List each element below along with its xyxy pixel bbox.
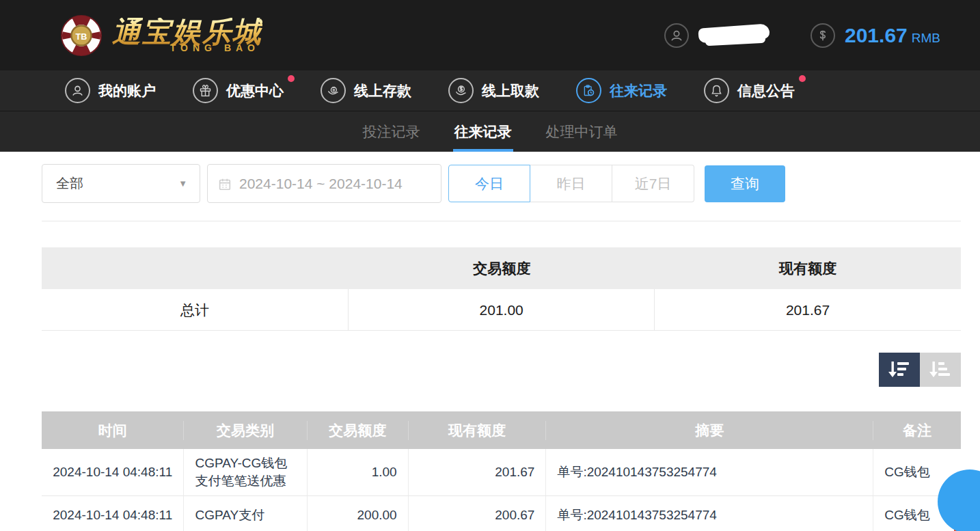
- sort-descending-button[interactable]: [879, 353, 920, 387]
- cell-amount: 200.00: [308, 496, 409, 531]
- nav-label: 线上取款: [482, 81, 539, 100]
- balance-display: 201.67RMB: [845, 24, 940, 47]
- search-button[interactable]: 查询: [705, 165, 785, 202]
- main-nav: 我的账户 优惠中心 线上存款 线上取款: [0, 70, 980, 111]
- summary-table-header: 交易额度 现有额度: [42, 247, 961, 289]
- user-area: ~~~~~ 201.67RMB: [664, 23, 940, 48]
- records-table: 时间 交易类别 交易额度 现有额度 摘要 备注 2024-10-14 04:48…: [42, 411, 961, 531]
- summary-table: 交易额度 现有额度 总计 201.00 201.67: [42, 247, 961, 331]
- notification-dot: [799, 75, 806, 82]
- user-avatar-icon[interactable]: [664, 23, 689, 48]
- gift-icon: [193, 78, 218, 103]
- cell-amount: 1.00: [308, 449, 409, 495]
- nav-label: 线上存款: [354, 81, 411, 100]
- cell-type: CGPAY-CG钱包支付笔笔送优惠: [184, 449, 307, 495]
- cell-time: 2024-10-14 04:48:11: [42, 496, 184, 531]
- yesterday-button[interactable]: 昨日: [530, 165, 612, 202]
- bell-icon: [704, 78, 729, 103]
- type-select[interactable]: 全部 ▼: [42, 164, 200, 203]
- cell-summary: 单号:202410143753254774: [546, 496, 873, 531]
- col-header-balance: 现有额度: [409, 421, 547, 440]
- nav-label: 往来记录: [610, 81, 667, 100]
- deposit-icon: [321, 78, 346, 103]
- records-table-header: 时间 交易类别 交易额度 现有额度 摘要 备注: [42, 411, 961, 449]
- casino-chip-icon: TB: [60, 14, 103, 57]
- col-header-type: 交易类别: [184, 421, 307, 440]
- nav-item-deposit[interactable]: 线上存款: [321, 78, 411, 103]
- site-logo[interactable]: TB 通宝娱乐城 TONG BAO: [60, 14, 262, 57]
- balance-amount: 201.67: [845, 24, 908, 46]
- balance-currency: RMB: [912, 31, 940, 45]
- top-header: TB 通宝娱乐城 TONG BAO ~~~~~ 201.67RMB: [0, 0, 980, 70]
- withdraw-icon: [448, 78, 474, 103]
- date-range-input[interactable]: 2024-10-14 ~ 2024-10-14: [207, 164, 441, 203]
- nav-label: 优惠中心: [226, 81, 284, 100]
- divider: [42, 221, 961, 221]
- summary-total-balance: 201.67: [655, 289, 961, 331]
- nav-label: 我的账户: [98, 81, 156, 100]
- tab-processing-orders[interactable]: 处理中订单: [545, 111, 619, 152]
- cell-summary: 单号:202410143753254774: [546, 449, 873, 495]
- records-icon: [576, 78, 601, 103]
- col-header-amount: 交易额度: [308, 421, 409, 440]
- chevron-down-icon: ▼: [178, 178, 187, 189]
- summary-total-row: 总计 201.00 201.67: [42, 289, 961, 331]
- sort-descending-icon: [888, 359, 911, 380]
- record-tabs: 投注记录 往来记录 处理中订单: [0, 111, 980, 152]
- account-icon: [65, 78, 90, 103]
- nav-label: 信息公告: [737, 81, 795, 100]
- summary-header-balance: 现有额度: [655, 259, 961, 278]
- nav-item-announcements[interactable]: 信息公告: [704, 78, 795, 103]
- last7days-button[interactable]: 近7日: [612, 165, 694, 202]
- table-row: 2024-10-14 04:48:11 CGPAY支付 200.00 200.6…: [42, 496, 961, 531]
- nav-item-my-account[interactable]: 我的账户: [65, 78, 156, 103]
- col-header-time: 时间: [42, 421, 184, 440]
- notification-dot: [288, 75, 295, 82]
- calendar-icon: [217, 176, 232, 191]
- col-header-remark: 备注: [873, 421, 961, 440]
- content-area: 全部 ▼ 2024-10-14 ~ 2024-10-14 今日 昨日 近7日 查…: [0, 152, 980, 531]
- coin-icon: [811, 23, 835, 48]
- type-select-value: 全部: [56, 174, 83, 193]
- censored-username: ~~~~~: [698, 24, 770, 47]
- svg-text:TB: TB: [76, 31, 87, 41]
- nav-item-withdraw[interactable]: 线上取款: [448, 78, 539, 103]
- today-button[interactable]: 今日: [448, 165, 530, 202]
- cell-type: CGPAY支付: [184, 496, 307, 531]
- sort-ascending-icon: [929, 359, 952, 380]
- date-range-value: 2024-10-14 ~ 2024-10-14: [239, 176, 403, 192]
- logo-subtitle: TONG BAO: [170, 42, 260, 53]
- tab-transaction-records[interactable]: 往来记录: [453, 111, 513, 152]
- quick-date-buttons: 今日 昨日 近7日: [448, 165, 694, 202]
- summary-total-label: 总计: [42, 289, 349, 331]
- sort-controls: [42, 353, 961, 387]
- cell-time: 2024-10-14 04:48:11: [42, 449, 184, 495]
- tab-betting-records[interactable]: 投注记录: [362, 111, 422, 152]
- nav-item-promotions[interactable]: 优惠中心: [193, 78, 284, 103]
- sort-ascending-button[interactable]: [920, 353, 961, 387]
- filter-row: 全部 ▼ 2024-10-14 ~ 2024-10-14 今日 昨日 近7日 查…: [42, 164, 961, 203]
- cell-balance: 201.67: [409, 449, 547, 495]
- summary-total-transaction: 201.00: [349, 289, 655, 331]
- summary-header-transaction: 交易额度: [349, 259, 655, 278]
- nav-item-records[interactable]: 往来记录: [576, 78, 667, 103]
- col-header-summary: 摘要: [546, 421, 873, 440]
- cell-balance: 200.67: [409, 496, 547, 531]
- table-row: 2024-10-14 04:48:11 CGPAY-CG钱包支付笔笔送优惠 1.…: [42, 449, 961, 496]
